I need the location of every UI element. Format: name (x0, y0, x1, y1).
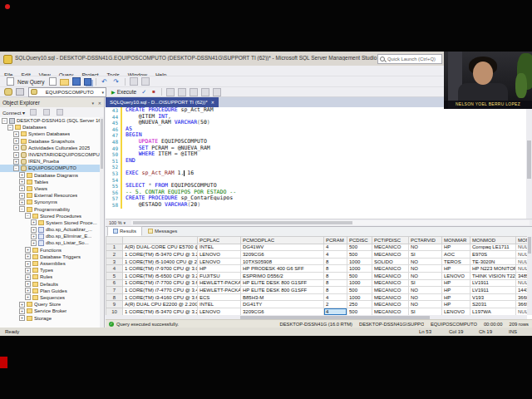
grid-column-header[interactable]: PCPLAC (198, 237, 241, 244)
grid-cell[interactable]: LENOVO (198, 308, 241, 315)
filter-icon[interactable] (43, 109, 50, 116)
grid-column-header[interactable]: MONMAR (442, 237, 470, 244)
code-line[interactable]: 53EXEC sp_Act_RAM 1, 16 (106, 170, 526, 177)
grid-cell[interactable]: MECANICO (372, 301, 409, 308)
tree-item[interactable]: +Functions (0, 247, 100, 254)
expand-icon[interactable]: + (31, 234, 37, 239)
grid-cell[interactable]: 1 CORE(TM) i7-9700 CPU @ 3.00GHz (8 CPUs… (123, 265, 198, 273)
undo-icon[interactable]: ↶ (101, 78, 109, 86)
grid-cell[interactable]: A(R) DUAL-CORE CPU E5700 @ 3.00GHz (2CPU… (123, 244, 198, 251)
tree-item[interactable]: +INVENTARIOEQUIPOSCOMPU... (0, 151, 100, 158)
grid-cell[interactable]: 8 (324, 265, 347, 273)
grid-cell[interactable]: ESPRIMO D556/2 (241, 272, 324, 279)
stop-icon[interactable]: ■ (150, 88, 157, 96)
expand-icon[interactable]: + (31, 240, 37, 246)
grid-cell[interactable]: 1 CORE(TM) i7-7700 CPU @ 3.60GHz (8 CPU.… (123, 279, 198, 287)
tree-item[interactable]: +System Databases (0, 131, 100, 137)
expand-icon[interactable]: + (13, 159, 19, 165)
expand-icon[interactable]: + (19, 200, 25, 205)
tree-item[interactable]: +Synonyms (0, 199, 100, 205)
grid-cell[interactable]: 4 (324, 308, 347, 315)
grid-cell[interactable]: HP (442, 301, 470, 308)
code-editor[interactable]: 43CREATE PROCEDURE sp_Act_RAM44 @ITEM IN… (106, 107, 526, 219)
grid-cell[interactable]: 3660 (516, 293, 528, 301)
grid-column-header[interactable]: PCTARVID (409, 237, 442, 244)
grid-row-header[interactable]: 3 (106, 258, 123, 265)
expand-icon[interactable]: + (31, 219, 37, 225)
grid-cell[interactable]: HP (198, 265, 241, 273)
expand-icon[interactable]: + (19, 302, 25, 308)
grid-cell[interactable]: L197WA (470, 308, 516, 315)
tree-item[interactable]: +IREN_Prueba (0, 158, 100, 165)
tab-results[interactable]: Results (107, 226, 142, 236)
tree-item[interactable]: +Service Broker (0, 308, 100, 314)
grid-cell[interactable]: 1 CORE(TM) i5-10400 CPU @ 2.90GHz (12 C.… (123, 258, 198, 265)
grid-cell[interactable]: 500 (347, 272, 372, 279)
grid-row-header[interactable]: 1 (106, 244, 123, 251)
grid-cell[interactable]: HP ELITE DESK 800 G1SFF (241, 287, 324, 294)
grid-cell[interactable]: 8 (324, 279, 347, 287)
tree-item[interactable]: +dbo.sp_Listar_So... (0, 239, 100, 246)
collapse-icon[interactable]: − (13, 165, 19, 171)
grid-cell[interactable]: NO (409, 244, 442, 251)
grid-cell[interactable]: MECANICO (372, 287, 409, 294)
grid-cell[interactable]: 3209CG6 (241, 308, 324, 315)
grid-row-header[interactable]: 5 (106, 272, 123, 279)
grid-cell[interactable]: HP ELITE DESK 800 G1SFF (241, 279, 324, 287)
grid-cell[interactable]: 1 CORE(TM) i5-6500 CPU @ 3.20GHz (4 CPU.… (123, 272, 198, 279)
tree-item[interactable]: +Plan Guides (0, 288, 100, 294)
grid-cell[interactable]: NO (409, 301, 442, 308)
grid-cell[interactable]: 8 (324, 287, 347, 294)
grid-cell[interactable]: 3669 (516, 301, 528, 308)
code-line[interactable]: 50 WHERE ITEM = @ITEM (106, 151, 526, 158)
connect-database-icon[interactable] (4, 88, 12, 96)
grid-cell[interactable]: 3485 (516, 272, 528, 279)
expand-icon[interactable]: + (13, 138, 19, 144)
toolbar-icon[interactable] (166, 88, 175, 96)
grid-cell[interactable]: 1 CORE(TM) i3-4160 CPU @ 3.60GHz (4 CPU.… (123, 293, 198, 301)
grid-column-header[interactable]: PCDISC (347, 237, 372, 244)
grid-cell[interactable]: SI (409, 308, 442, 315)
grid-cell[interactable]: LENOVO (198, 251, 241, 259)
connect-button[interactable]: Connect ▾ (2, 110, 25, 116)
expand-icon[interactable]: + (25, 281, 31, 287)
results-vscrollbar[interactable] (527, 236, 532, 315)
grid-cell[interactable]: HP (442, 279, 470, 287)
grid-cell[interactable]: 8 (324, 258, 347, 265)
grid-cell[interactable]: AOC (442, 251, 470, 259)
grid-cell[interactable]: LENOVO (198, 258, 241, 265)
grid-cell[interactable]: TEROS (442, 258, 470, 265)
expand-icon[interactable]: + (25, 294, 31, 300)
grid-cell[interactable]: 1 CORE(TM) i7-4770 CPU @ 3.40GHz (8 CPU.… (123, 287, 198, 294)
grid-cell[interactable]: DG41WV (241, 244, 324, 251)
grid-row-header[interactable]: 9 (106, 301, 123, 308)
grid-row-header[interactable]: 8 (106, 293, 123, 301)
grid-cell[interactable]: 1 CORE(TM) i5-3470 CPU @ 3.20GHz (4 CPU.… (123, 308, 198, 315)
grid-cell[interactable]: 1443 (516, 287, 528, 294)
expand-icon[interactable]: + (19, 172, 25, 178)
grid-cell[interactable]: THINK VISION T22i-10 (470, 272, 516, 279)
grid-cell[interactable]: INTEL (198, 301, 241, 308)
grid-cell[interactable]: DG41TY (241, 301, 324, 308)
grid-cell[interactable]: LV1911 (470, 287, 516, 294)
collapse-icon[interactable]: − (7, 125, 13, 131)
grid-cell[interactable]: 500 (347, 308, 372, 315)
grid-cell[interactable]: 500 (347, 251, 372, 259)
parse-icon[interactable]: ✓ (140, 88, 147, 96)
tree-item[interactable]: +External Resources (0, 192, 100, 199)
toolbar-icon[interactable] (213, 88, 221, 96)
grid-cell[interactable]: 1000 (347, 258, 372, 265)
code-line[interactable]: 58 @ESTADO VARCHAR(20) (106, 202, 526, 209)
tree-item[interactable]: +Sequences (0, 294, 100, 301)
tree-item[interactable]: +Database Diagrams (0, 172, 100, 179)
grid-row-header[interactable]: 6 (106, 279, 123, 287)
grid-cell[interactable]: MECANICO (372, 308, 409, 315)
grid-cell[interactable]: B85H3-M (241, 293, 324, 301)
grid-cell[interactable]: NO (409, 265, 442, 273)
editor-scrollbar[interactable] (526, 107, 532, 219)
close-icon[interactable]: ✕ (211, 100, 214, 105)
grid-cell[interactable]: 4 (324, 244, 347, 251)
scrollbar-thumb[interactable] (527, 140, 531, 179)
grid-cell[interactable]: 500 (347, 287, 372, 294)
code-line[interactable]: 51END (106, 158, 526, 165)
